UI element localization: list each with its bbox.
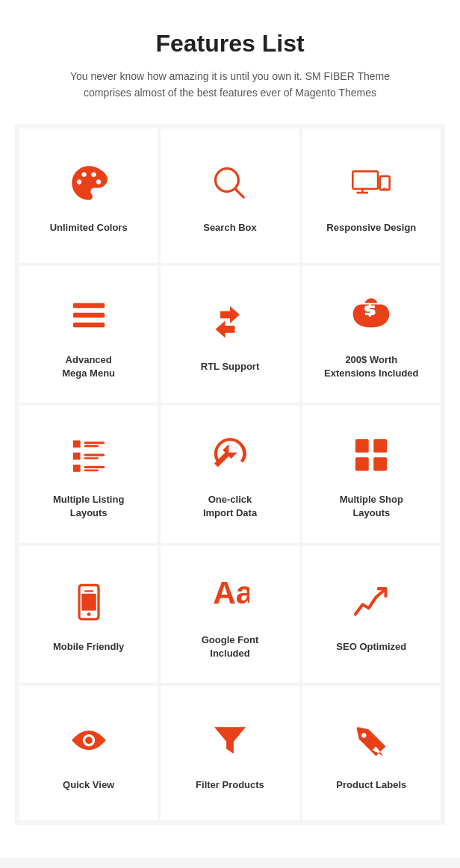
feature-card-product-labels: Product Labels: [302, 686, 441, 820]
features-grid: Unlimited Colors Search Box Responsive D…: [19, 128, 441, 820]
feature-label-rtl-support: RTL Support: [201, 360, 259, 373]
feature-card-google-font: Aa Google Font Included: [161, 546, 299, 683]
responsive-icon: [352, 164, 391, 208]
feature-label-advanced-mega-menu: Advanced Mega Menu: [62, 353, 115, 380]
feature-label-responsive-design: Responsive Design: [326, 221, 416, 235]
svg-rect-7: [73, 323, 105, 328]
feature-card-rtl-support: RTL Support: [161, 266, 299, 403]
svg-rect-16: [84, 470, 99, 471]
header: Features List You never know how amazing…: [15, 30, 445, 102]
feature-label-product-labels: Product Labels: [336, 778, 406, 792]
palette-icon: [69, 164, 108, 208]
page-wrapper: Features List You never know how amazing…: [0, 0, 460, 858]
svg-rect-19: [355, 457, 369, 471]
feature-card-mobile-friendly: Mobile Friendly: [19, 546, 158, 683]
seo-icon: [352, 583, 391, 627]
feature-label-seo-optimized: SEO Optimized: [336, 640, 406, 654]
svg-rect-1: [380, 176, 390, 190]
svg-rect-17: [355, 439, 369, 453]
filter-icon: [211, 721, 249, 765]
feature-label-multiple-shop-layouts: Multiple Shop Layouts: [340, 493, 403, 520]
mobile-icon: [69, 583, 108, 627]
feature-card-one-click-import: One-click Import Data: [161, 406, 299, 542]
feature-label-filter-products: Filter Products: [196, 778, 264, 792]
search-icon: [211, 164, 249, 208]
svg-rect-15: [84, 466, 105, 468]
menu-icon: [69, 296, 108, 340]
listing-icon: [69, 435, 108, 480]
feature-card-responsive-design: Responsive Design: [302, 128, 441, 263]
feature-card-filter-products: Filter Products: [161, 686, 299, 820]
svg-rect-6: [73, 313, 105, 318]
font-icon: Aa: [211, 576, 249, 620]
feature-card-200-extensions: 200$ Worth Extensions Included: [302, 266, 441, 403]
feature-label-unlimited-colors: Unlimited Colors: [50, 221, 128, 235]
feature-label-200-extensions: 200$ Worth Extensions Included: [324, 353, 418, 380]
page-description: You never know how amazing it is until y…: [51, 68, 409, 102]
svg-rect-11: [73, 453, 81, 460]
svg-rect-4: [383, 188, 387, 189]
feature-card-advanced-mega-menu: Advanced Mega Menu: [19, 266, 158, 403]
svg-rect-9: [84, 441, 105, 444]
feature-card-multiple-listing-layouts: Multiple Listing Layouts: [19, 406, 158, 542]
feature-card-quick-view: Quick View: [19, 686, 158, 820]
feature-card-search-box: Search Box: [161, 128, 299, 263]
svg-rect-20: [374, 457, 388, 471]
svg-rect-18: [374, 439, 388, 453]
svg-text:Aa: Aa: [213, 576, 249, 610]
svg-rect-24: [81, 593, 96, 610]
tag-icon: [352, 721, 391, 765]
feature-label-multiple-listing-layouts: Multiple Listing Layouts: [53, 493, 124, 520]
feature-card-multiple-shop-layouts: Multiple Shop Layouts: [302, 406, 441, 542]
svg-rect-0: [353, 172, 379, 189]
svg-rect-5: [73, 303, 105, 309]
svg-rect-14: [73, 465, 81, 472]
features-grid-section: Unlimited Colors Search Box Responsive D…: [15, 124, 445, 825]
feature-label-one-click-import: One-click Import Data: [203, 493, 257, 520]
feature-label-mobile-friendly: Mobile Friendly: [53, 640, 124, 654]
moneybag-icon: [352, 296, 391, 340]
feature-label-search-box: Search Box: [203, 221, 257, 235]
grid-icon: [352, 435, 391, 480]
click-icon: [211, 435, 249, 480]
svg-rect-10: [84, 445, 99, 447]
page-title: Features List: [15, 30, 445, 58]
eye-icon: [69, 721, 108, 765]
feature-card-seo-optimized: SEO Optimized: [302, 546, 441, 683]
rtl-icon: [211, 303, 249, 347]
feature-label-google-font: Google Font Included: [202, 633, 259, 660]
svg-rect-13: [84, 457, 99, 459]
svg-point-23: [87, 612, 90, 616]
svg-rect-12: [84, 454, 105, 456]
feature-label-quick-view: Quick View: [63, 778, 114, 792]
feature-card-unlimited-colors: Unlimited Colors: [19, 128, 158, 263]
svg-rect-8: [73, 441, 81, 448]
